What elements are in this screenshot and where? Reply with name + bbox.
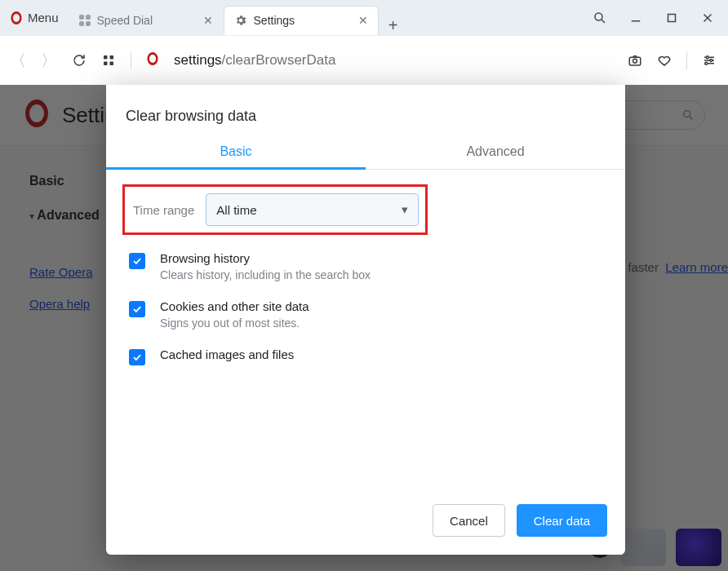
url-path: /clearBrowserData [222, 52, 336, 68]
checkbox[interactable] [129, 253, 145, 269]
nav-back-button[interactable]: 〈 [10, 50, 26, 72]
svg-point-16 [710, 60, 712, 62]
close-icon[interactable]: ✕ [203, 14, 213, 27]
option-cookies: Cookies and other site data Signs you ou… [129, 299, 609, 330]
svg-point-15 [706, 56, 708, 59]
sidebar-item-advanced[interactable]: Advanced [29, 198, 100, 232]
option-title: Browsing history [160, 251, 371, 265]
opera-menu-button[interactable]: Menu [0, 0, 69, 35]
tab-speed-dial[interactable]: Speed Dial ✕ [69, 6, 224, 35]
snapshot-icon[interactable] [628, 53, 642, 68]
gear-icon [234, 14, 247, 27]
bookmark-heart-icon[interactable] [657, 53, 672, 68]
svg-line-1 [601, 20, 605, 23]
new-tab-button[interactable]: + [379, 16, 408, 35]
promo-text: faster [628, 260, 659, 274]
tab-settings[interactable]: Settings ✕ [224, 6, 379, 35]
clear-browsing-data-dialog: Clear browsing data Basic Advanced Time … [106, 85, 625, 555]
promo-banner: faster Learn more [628, 260, 728, 329]
svg-point-18 [684, 111, 690, 117]
dialog-title: Clear browsing data [106, 85, 625, 133]
site-identity-opera-icon[interactable] [146, 52, 159, 69]
speed-dial-icon [79, 15, 91, 26]
titlebar: Menu Speed Dial ✕ Settings ✕ + [0, 0, 728, 36]
dialog-actions: Cancel Clear data [106, 489, 625, 551]
svg-line-19 [690, 117, 692, 119]
time-range-label: Time range [133, 203, 194, 217]
option-subtitle: Clears history, including in the search … [160, 268, 371, 281]
minimize-icon[interactable] [628, 11, 643, 25]
search-icon[interactable] [593, 11, 607, 25]
checkbox[interactable] [129, 349, 145, 365]
option-subtitle: Signs you out of most sites. [160, 316, 309, 330]
option-title: Cached images and files [160, 347, 294, 361]
tab-label: Speed Dial [97, 14, 153, 27]
maximize-icon[interactable] [664, 11, 679, 25]
time-range-value: All time [216, 203, 256, 217]
svg-rect-6 [104, 55, 108, 60]
wallpaper-thumb[interactable] [676, 529, 721, 566]
toolbar: 〈 〉 settings/clearBrowserData [0, 36, 728, 85]
svg-point-11 [633, 59, 637, 63]
svg-rect-8 [104, 62, 108, 66]
settings-sidebar: Basic Advanced Rate Opera Opera help [29, 164, 100, 329]
nav-forward-button[interactable]: 〉 [41, 50, 57, 72]
chevron-down-icon: ▾ [402, 202, 408, 217]
url-host: settings [174, 52, 222, 68]
toolbar-divider [686, 51, 687, 69]
toolbar-divider [131, 51, 131, 69]
search-icon [681, 108, 695, 122]
option-cached-files: Cached images and files [129, 347, 609, 365]
clear-data-button[interactable]: Clear data [517, 504, 607, 537]
svg-point-0 [595, 13, 602, 20]
checkbox[interactable] [129, 301, 145, 317]
dialog-tab-advanced[interactable]: Advanced [366, 133, 625, 169]
time-range-highlight: Time range All time ▾ [122, 184, 428, 235]
easy-setup-icon[interactable] [101, 53, 116, 68]
tab-strip: Speed Dial ✕ Settings ✕ + [69, 0, 408, 35]
time-range-select[interactable]: All time ▾ [206, 193, 419, 226]
opera-logo-icon [10, 11, 23, 24]
clear-options-list: Browsing history Clears history, includi… [122, 251, 609, 365]
dialog-tabs: Basic Advanced [106, 133, 625, 170]
wallpaper-thumb[interactable] [620, 529, 666, 566]
rate-opera-link[interactable]: Rate Opera [29, 265, 100, 279]
opera-menu-label: Menu [28, 11, 59, 24]
option-title: Cookies and other site data [160, 299, 309, 313]
opera-help-link[interactable]: Opera help [29, 297, 100, 311]
close-icon[interactable]: ✕ [358, 14, 368, 27]
svg-rect-7 [110, 55, 114, 60]
address-bar[interactable]: settings/clearBrowserData [174, 52, 335, 69]
dialog-tab-basic[interactable]: Basic [106, 133, 366, 169]
cancel-button[interactable]: Cancel [433, 504, 505, 537]
easy-setup-sliders-icon[interactable] [702, 53, 717, 68]
svg-point-17 [705, 62, 708, 64]
settings-page: Settings Basic Advanced Rate Opera Opera… [0, 85, 728, 571]
svg-rect-9 [110, 62, 114, 66]
option-browsing-history: Browsing history Clears history, includi… [129, 251, 609, 281]
reload-button[interactable] [72, 53, 87, 68]
window-close-icon[interactable] [700, 11, 715, 25]
svg-rect-3 [668, 14, 676, 21]
sidebar-item-basic[interactable]: Basic [29, 164, 100, 198]
promo-learn-more-link[interactable]: Learn more [665, 260, 728, 274]
window-controls [579, 11, 728, 25]
opera-logo-icon [23, 100, 51, 131]
tab-label: Settings [254, 14, 295, 27]
